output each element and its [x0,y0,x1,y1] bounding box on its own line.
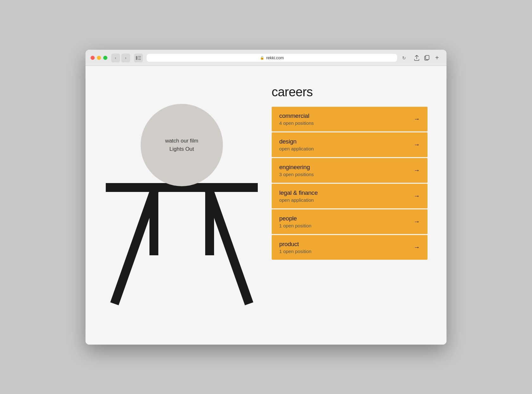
svg-line-9 [116,192,154,300]
duplicate-button[interactable] [422,54,431,62]
address-bar[interactable]: 🔒 rekki.com [147,54,397,62]
arrow-icon: → [414,141,420,148]
career-info: legal & financeopen application [279,189,318,203]
maximize-button[interactable] [103,56,107,60]
career-item-people[interactable]: people1 open position→ [272,209,428,234]
career-info: people1 open position [279,215,312,228]
career-positions-legal-finance: open application [279,197,318,203]
browser-window: ‹ › 🔒 rekki.com ↻ [86,50,446,345]
career-info: commercial4 open positions [279,112,314,126]
arrow-icon: → [414,244,420,251]
close-button[interactable] [91,56,95,60]
career-name-people: people [279,215,312,222]
left-section: watch our film Lights Out [111,85,253,307]
career-list: commercial4 open positions→designopen ap… [272,107,428,260]
arrow-icon: → [414,218,420,225]
arrow-icon: → [414,192,420,200]
back-button[interactable]: ‹ [111,54,120,62]
career-item-legal-finance[interactable]: legal & financeopen application→ [272,184,428,208]
career-info: engineering3 open positions [279,164,314,177]
career-item-product[interactable]: product1 open position→ [272,235,428,260]
url-text: rekki.com [266,55,284,60]
sidebar-button[interactable] [134,54,143,62]
career-name-engineering: engineering [279,164,314,171]
career-positions-engineering: 3 open positions [279,172,314,177]
forward-button[interactable]: › [121,54,130,62]
browser-actions: + [412,54,441,62]
address-bar-container: 🔒 rekki.com ↻ [147,54,408,62]
svg-rect-1 [138,56,141,57]
minimize-button[interactable] [97,56,101,60]
career-name-legal-finance: legal & finance [279,189,318,196]
svg-rect-5 [426,55,429,60]
table-illustration [103,174,261,307]
svg-rect-3 [138,59,141,60]
page-content: watch our film Lights Out [86,66,446,345]
arrow-icon: → [414,115,420,123]
traffic-lights [91,56,107,60]
page-title: careers [272,85,428,99]
svg-line-10 [210,192,248,300]
career-name-product: product [279,241,312,248]
film-line1: watch our film [165,137,198,145]
career-item-design[interactable]: designopen application→ [272,132,428,157]
film-circle[interactable]: watch our film Lights Out [141,104,223,186]
career-positions-product: 1 open position [279,249,312,254]
svg-rect-2 [138,58,141,58]
career-info: designopen application [279,138,314,151]
svg-rect-0 [136,56,137,60]
career-item-engineering[interactable]: engineering3 open positions→ [272,158,428,183]
film-line2: Lights Out [165,145,198,153]
add-tab-button[interactable]: + [433,54,441,62]
lock-icon: 🔒 [260,56,264,60]
career-positions-people: 1 open position [279,223,312,228]
career-name-commercial: commercial [279,112,314,119]
reload-button[interactable]: ↻ [400,54,408,62]
career-item-commercial[interactable]: commercial4 open positions→ [272,107,428,131]
film-circle-text: watch our film Lights Out [165,137,198,153]
share-button[interactable] [412,54,421,62]
right-section: careers commercial4 open positions→desig… [272,85,428,260]
arrow-icon: → [414,167,420,174]
career-name-design: design [279,138,314,145]
career-positions-commercial: 4 open positions [279,120,314,126]
nav-buttons: ‹ › [111,54,130,62]
browser-chrome: ‹ › 🔒 rekki.com ↻ [86,50,446,66]
career-positions-design: open application [279,146,314,151]
career-info: product1 open position [279,241,312,254]
